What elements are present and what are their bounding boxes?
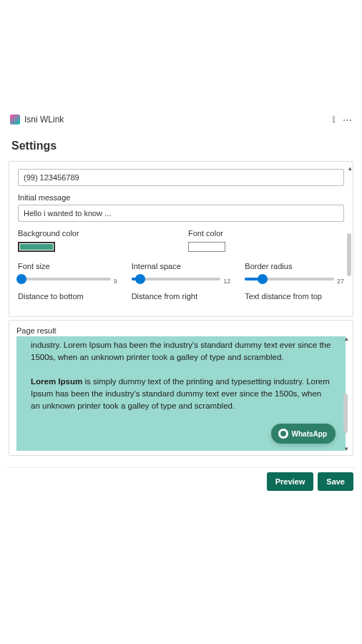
- font-size-label: Font size: [18, 262, 117, 270]
- whatsapp-button[interactable]: WhatsApp: [271, 424, 336, 444]
- internal-space-value: 12: [223, 273, 230, 285]
- save-button[interactable]: Save: [318, 472, 353, 491]
- font-size-slider[interactable]: [18, 278, 111, 280]
- text-distance-top-label: Text distance from top: [245, 292, 344, 301]
- result-scrollbar[interactable]: [343, 394, 348, 433]
- initial-message-input[interactable]: [18, 205, 344, 222]
- initial-message-label: Initial message: [18, 193, 344, 202]
- background-color-label: Background color: [18, 229, 174, 238]
- result-scroll-up-icon[interactable]: ▴: [345, 335, 348, 342]
- more-icon[interactable]: ⋯: [343, 114, 352, 125]
- app-window: Isni WLink ⟟ ⋯ Settings ▴ Initial messag…: [6, 111, 356, 495]
- distance-bottom-label: Distance to bottom: [18, 292, 117, 301]
- distance-right-label: Distance from right: [132, 292, 231, 301]
- phone-input[interactable]: [18, 169, 344, 186]
- settings-panel: ▴ Initial message Background color Font …: [9, 161, 353, 317]
- border-radius-value: 27: [337, 273, 344, 285]
- font-color-swatch[interactable]: [188, 242, 225, 252]
- font-color-label: Font color: [188, 229, 344, 238]
- border-radius-slider[interactable]: [245, 278, 334, 280]
- result-scroll-down-icon[interactable]: ▾: [345, 445, 348, 452]
- footer-bar: Preview Save: [6, 467, 356, 495]
- preview-button[interactable]: Preview: [267, 472, 314, 491]
- title-bar: Isni WLink ⟟ ⋯: [6, 111, 356, 128]
- border-radius-label: Border radius: [245, 262, 344, 270]
- page-result-panel: Page result ▴ industry. Lorem Ipsum has …: [9, 320, 353, 456]
- result-paragraph-1: industry. Lorem Ipsum has been the indus…: [31, 339, 331, 364]
- internal-space-slider[interactable]: [132, 278, 221, 280]
- settings-scrollbar[interactable]: [347, 233, 351, 276]
- internal-space-label: Internal space: [132, 262, 231, 270]
- result-lead: Lorem Ipsum: [31, 377, 82, 386]
- font-size-value: 9: [114, 273, 117, 285]
- result-paragraph-2: Lorem Ipsum is simply dummy text of the …: [31, 376, 331, 413]
- app-icon: [10, 114, 20, 125]
- background-color-swatch[interactable]: [18, 242, 55, 252]
- app-title: Isni WLink: [24, 114, 64, 125]
- whatsapp-icon: [278, 429, 288, 439]
- pin-icon[interactable]: ⟟: [319, 114, 336, 125]
- whatsapp-label: WhatsApp: [292, 430, 327, 438]
- page-result-label: Page result: [9, 321, 353, 336]
- page-title: Settings: [6, 128, 356, 158]
- scroll-up-icon[interactable]: ▴: [348, 165, 352, 172]
